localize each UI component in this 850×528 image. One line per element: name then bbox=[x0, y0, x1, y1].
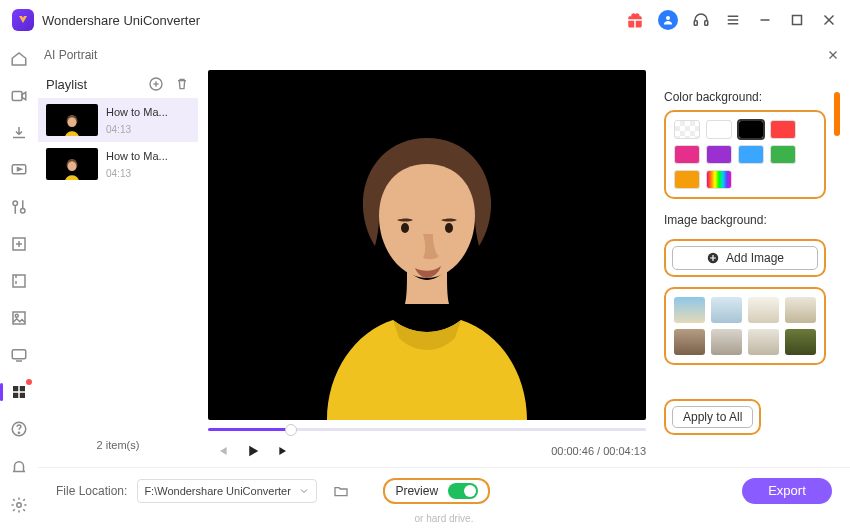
svg-rect-22 bbox=[13, 386, 18, 391]
preview-toggle-wrap: Preview bbox=[383, 478, 490, 504]
titlebar: Wondershare UniConverter bbox=[0, 0, 850, 40]
sidebar-item-settings[interactable] bbox=[8, 494, 30, 516]
preview-toggle[interactable] bbox=[448, 483, 478, 499]
swatch-purple[interactable] bbox=[706, 145, 732, 164]
sidebar-item-help[interactable] bbox=[8, 418, 30, 440]
swatch-white[interactable] bbox=[706, 120, 732, 139]
svg-point-0 bbox=[666, 16, 670, 20]
highlight-marker bbox=[834, 92, 840, 136]
panel-close-icon[interactable] bbox=[826, 48, 840, 62]
svg-point-12 bbox=[13, 201, 18, 206]
svg-point-34 bbox=[401, 223, 409, 233]
image-bg-label: Image background: bbox=[664, 213, 826, 227]
export-button[interactable]: Export bbox=[742, 478, 832, 504]
sidebar-item-merge[interactable] bbox=[8, 233, 30, 254]
sidebar-item-notifications[interactable] bbox=[8, 456, 30, 478]
bg-thumb[interactable] bbox=[674, 329, 705, 355]
sidebar-item-video[interactable] bbox=[8, 85, 30, 106]
svg-rect-24 bbox=[13, 392, 18, 397]
playlist-item-duration: 04:13 bbox=[106, 168, 168, 179]
swatch-transparent[interactable] bbox=[674, 120, 700, 139]
sidebar-item-compress[interactable] bbox=[8, 270, 30, 291]
svg-point-19 bbox=[15, 314, 18, 317]
apply-all-wrap: Apply to All bbox=[664, 399, 761, 435]
image-thumbnails bbox=[664, 287, 826, 365]
playlist-item[interactable]: How to Ma... 04:13 bbox=[38, 142, 198, 186]
sidebar-item-toolbox[interactable] bbox=[8, 381, 30, 402]
svg-point-28 bbox=[16, 503, 21, 508]
play-icon[interactable] bbox=[244, 442, 262, 460]
playlist-title: Playlist bbox=[46, 77, 87, 92]
swatch-blue[interactable] bbox=[738, 145, 764, 164]
svg-rect-20 bbox=[12, 349, 26, 358]
sidebar-item-home[interactable] bbox=[8, 48, 30, 69]
app-title: Wondershare UniConverter bbox=[42, 13, 200, 28]
next-frame-icon[interactable] bbox=[276, 443, 292, 459]
swatch-red[interactable] bbox=[770, 120, 796, 139]
chevron-down-icon bbox=[298, 485, 310, 497]
file-location-label: File Location: bbox=[56, 484, 127, 498]
playlist-panel: Playlist How to Ma... 04:13 bbox=[38, 70, 198, 467]
playlist-thumbnail bbox=[46, 104, 98, 136]
player-time: 00:00:46 / 00:04:13 bbox=[551, 445, 646, 457]
file-location-path: F:\Wondershare UniConverter bbox=[144, 485, 291, 497]
apply-to-all-button[interactable]: Apply to All bbox=[672, 406, 753, 428]
footer-bar: File Location: F:\Wondershare UniConvert… bbox=[38, 467, 850, 513]
sidebar-item-image[interactable] bbox=[8, 307, 30, 328]
bg-thumb[interactable] bbox=[785, 329, 816, 355]
gift-icon[interactable] bbox=[626, 11, 644, 29]
playlist-item-title: How to Ma... bbox=[106, 106, 168, 118]
headset-icon[interactable] bbox=[692, 11, 710, 29]
svg-rect-25 bbox=[19, 392, 24, 397]
prev-frame-icon[interactable] bbox=[214, 443, 230, 459]
sidebar-item-edit[interactable] bbox=[8, 196, 30, 217]
bg-thumb[interactable] bbox=[711, 297, 742, 323]
swatch-black[interactable] bbox=[738, 120, 764, 139]
swatch-pink[interactable] bbox=[674, 145, 700, 164]
svg-rect-18 bbox=[13, 312, 25, 324]
window-maximize-icon[interactable] bbox=[788, 11, 806, 29]
color-bg-label: Color background: bbox=[664, 90, 826, 104]
svg-point-13 bbox=[20, 208, 25, 213]
add-image-button[interactable]: Add Image bbox=[672, 246, 818, 270]
export-label: Export bbox=[768, 483, 806, 498]
svg-rect-1 bbox=[694, 21, 697, 26]
svg-point-35 bbox=[445, 223, 453, 233]
swatch-custom-color[interactable] bbox=[706, 170, 732, 189]
bg-thumb[interactable] bbox=[674, 297, 705, 323]
sidebar-item-player[interactable] bbox=[8, 159, 30, 180]
bg-thumb[interactable] bbox=[748, 329, 779, 355]
footer-hint: or hard drive. bbox=[415, 513, 474, 524]
preview-label: Preview bbox=[395, 484, 438, 498]
swatch-orange[interactable] bbox=[674, 170, 700, 189]
add-image-label: Add Image bbox=[726, 251, 784, 265]
file-location-dropdown[interactable]: F:\Wondershare UniConverter bbox=[137, 479, 317, 503]
swatch-green[interactable] bbox=[770, 145, 796, 164]
playlist-item-duration: 04:13 bbox=[106, 124, 168, 135]
playlist-item[interactable]: How to Ma... 04:13 bbox=[38, 98, 198, 142]
left-sidebar bbox=[0, 40, 38, 528]
bg-thumb[interactable] bbox=[748, 297, 779, 323]
svg-point-27 bbox=[18, 432, 19, 433]
svg-rect-10 bbox=[12, 91, 22, 100]
bg-thumb[interactable] bbox=[711, 329, 742, 355]
video-timeline[interactable] bbox=[208, 423, 646, 435]
open-folder-icon[interactable] bbox=[333, 483, 349, 499]
menu-icon[interactable] bbox=[724, 11, 742, 29]
video-preview bbox=[208, 70, 646, 420]
sidebar-item-screen[interactable] bbox=[8, 344, 30, 365]
bg-thumb[interactable] bbox=[785, 297, 816, 323]
svg-rect-23 bbox=[19, 386, 24, 391]
user-avatar-icon[interactable] bbox=[658, 10, 678, 30]
panel-header: AI Portrait bbox=[38, 40, 850, 70]
sidebar-item-download[interactable] bbox=[8, 122, 30, 143]
app-logo bbox=[12, 9, 34, 31]
playlist-item-title: How to Ma... bbox=[106, 150, 168, 162]
playlist-count: 2 item(s) bbox=[38, 423, 198, 467]
color-swatches bbox=[664, 110, 826, 199]
delete-icon[interactable] bbox=[174, 76, 190, 92]
window-close-icon[interactable] bbox=[820, 11, 838, 29]
window-minimize-icon[interactable] bbox=[756, 11, 774, 29]
right-panel: Color background: Image background: bbox=[656, 70, 842, 467]
add-media-icon[interactable] bbox=[148, 76, 164, 92]
